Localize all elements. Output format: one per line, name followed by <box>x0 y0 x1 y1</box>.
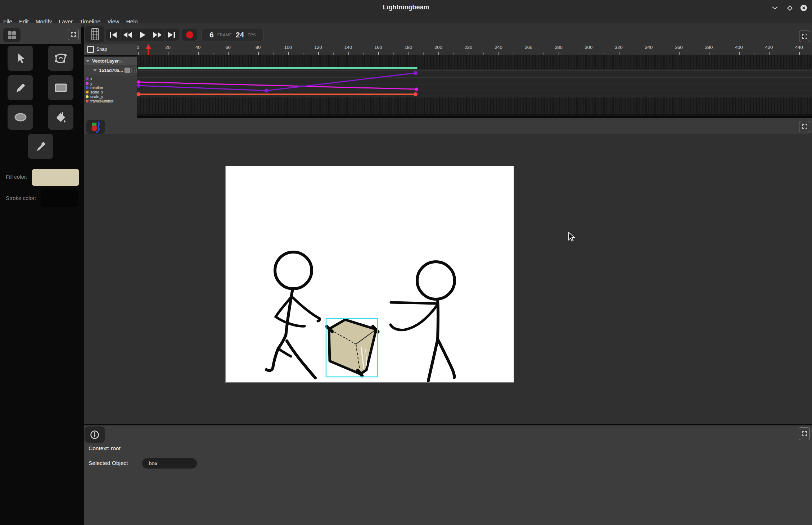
frame-track-lower[interactable] <box>137 97 812 114</box>
select-tool-button[interactable] <box>8 46 33 71</box>
canvas-expand-button[interactable] <box>799 121 810 132</box>
ruler-label-20: 20 <box>161 45 175 50</box>
ruler-label-360: 360 <box>672 45 686 50</box>
record-button[interactable] <box>182 29 197 41</box>
record-icon <box>186 31 193 38</box>
info-expand-button[interactable] <box>799 427 810 440</box>
rewind-icon <box>123 32 132 38</box>
film-button[interactable] <box>85 26 104 42</box>
timeline-expand-button[interactable] <box>799 31 810 42</box>
property-row-frameNumber[interactable]: frameNumber <box>84 99 137 103</box>
ellipse-tool-button[interactable] <box>8 105 33 130</box>
stage-canvas[interactable] <box>226 166 514 382</box>
pencil-tool-button[interactable] <box>8 75 33 100</box>
property-color-dot <box>86 77 89 80</box>
ruler-tick <box>409 52 409 55</box>
info-button[interactable] <box>85 426 105 443</box>
stick-figure-right <box>391 262 455 381</box>
diamond-icon <box>786 5 793 11</box>
ruler-label-400: 400 <box>732 45 746 50</box>
stroke-swatch[interactable] <box>41 190 78 207</box>
ruler-label-180: 180 <box>401 45 416 50</box>
property-row-rotation[interactable]: rotation <box>84 86 137 90</box>
eyedropper-tool-button[interactable] <box>28 134 53 159</box>
object-id: 151ad70a... <box>99 68 123 73</box>
frame-track-upper[interactable] <box>137 55 812 69</box>
path-tool-button[interactable] <box>48 46 73 71</box>
layer-tag: [L] <box>119 59 123 63</box>
context-text: Context: root <box>89 445 121 452</box>
collapse-triangle-icon[interactable] <box>93 69 97 72</box>
fps-caption: FPS <box>248 33 256 37</box>
property-label: scale_x <box>90 90 103 94</box>
property-label: frameNumber <box>90 99 113 103</box>
ruler-tick <box>679 52 680 55</box>
fill-swatch[interactable] <box>32 169 79 186</box>
tool-sidebar: Fill color: Stroke color: <box>0 23 81 525</box>
ruler-label-280: 280 <box>551 45 566 50</box>
close-button[interactable] <box>800 4 808 12</box>
skip-start-button[interactable] <box>106 29 121 41</box>
skip-end-button[interactable] <box>164 29 179 41</box>
shapes-icon <box>90 121 101 133</box>
collapse-triangle-icon[interactable] <box>86 60 90 62</box>
ruler-tick <box>318 52 319 55</box>
snap-checkbox[interactable] <box>87 46 94 53</box>
panel-grid-button[interactable] <box>3 28 21 42</box>
property-row-y[interactable]: y <box>84 81 137 85</box>
pencil-tool-icon <box>14 82 27 94</box>
rectangle-tool-icon <box>54 83 67 92</box>
play-button[interactable] <box>135 29 150 41</box>
expand-icon <box>802 124 808 129</box>
ruler-tick <box>378 52 379 55</box>
ruler-tick <box>138 52 139 55</box>
object-curve-toggle-button[interactable]: ~ <box>131 68 137 73</box>
skip-end-icon <box>168 32 176 38</box>
lightningbeam-app: Lightningbeam FileEditModifyLayerTimelin… <box>0 0 812 525</box>
transport-controls <box>106 29 179 41</box>
selected-object-value[interactable]: box <box>142 458 197 469</box>
ruler-label-240: 240 <box>491 45 506 50</box>
stage-artwork <box>226 166 514 382</box>
ruler-tick <box>168 52 169 55</box>
property-row-scale_y[interactable]: scale_y <box>84 95 137 99</box>
fill-color-label: Fill color: <box>6 174 27 180</box>
ruler-tick <box>258 52 259 55</box>
shapes-button[interactable] <box>86 120 105 134</box>
property-row-scale_x[interactable]: scale_x <box>84 90 137 94</box>
bucket-tool-button[interactable] <box>48 105 73 130</box>
window-title: Lightningbeam <box>0 4 812 11</box>
maximize-button[interactable] <box>786 4 794 12</box>
ruler-label-120: 120 <box>311 45 325 50</box>
ellipse-tool-icon <box>14 112 27 122</box>
ruler-label-200: 200 <box>431 45 446 50</box>
object-visibility-button[interactable] <box>125 68 130 73</box>
ruler-tick <box>769 52 770 55</box>
rectangle-tool-button[interactable] <box>48 75 73 100</box>
ruler-tick <box>559 52 559 55</box>
ruler-label-220: 220 <box>461 45 476 50</box>
minimize-button[interactable] <box>771 4 779 12</box>
ruler-tick <box>198 52 199 55</box>
fast-forward-button[interactable] <box>150 29 165 41</box>
property-label: rotation <box>90 86 103 90</box>
timeline-ruler[interactable]: 0204060801001201401601802002202402602803… <box>137 44 812 55</box>
ruler-tick <box>469 52 469 55</box>
curve-editor-band[interactable] <box>137 69 812 97</box>
property-row-x[interactable]: x <box>84 77 137 81</box>
fps-value: 24 <box>236 31 244 39</box>
ruler-label-340: 340 <box>642 45 656 50</box>
snap-row: Snap <box>84 44 137 55</box>
rewind-button[interactable] <box>121 29 136 41</box>
ruler-label-140: 140 <box>341 45 356 50</box>
bucket-tool-icon <box>55 111 67 123</box>
select-tool-icon <box>15 52 26 64</box>
title-bar: Lightningbeam <box>0 0 812 16</box>
layer-row-vectorlayer[interactable]: VectorLayer [L] <box>84 56 137 65</box>
sidebar-expand-button[interactable] <box>68 29 79 40</box>
sidebar-header <box>0 23 81 44</box>
object-row[interactable]: 151ad70a... ~ <box>84 65 137 76</box>
ruler-label-80: 80 <box>251 45 265 50</box>
property-color-dot <box>86 82 89 85</box>
expand-icon <box>71 32 76 37</box>
